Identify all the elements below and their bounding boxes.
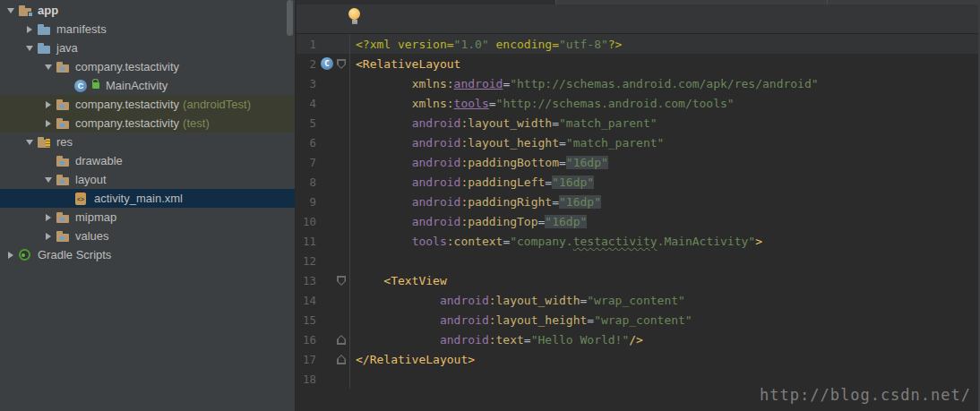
chevron-down-icon[interactable] (4, 4, 18, 18)
code-token: "16dp" (566, 156, 608, 169)
chevron-glyph (46, 120, 51, 127)
code-token: "16dp" (552, 176, 594, 189)
chevron-right-icon[interactable] (41, 229, 56, 244)
folder-icon (37, 22, 52, 37)
tree-item-activity-main-xml[interactable]: <>activity_main.xml (0, 189, 295, 208)
editor-pane[interactable]: 1<?xml version="1.0" encoding="utf-8"?>2… (297, 0, 980, 411)
code-line-8[interactable]: 8 android:paddingLeft="16dp" (297, 172, 980, 192)
gutter: 18 (297, 369, 350, 389)
code-line-5[interactable]: 5 android:layout_width="match_parent" (297, 113, 980, 133)
code-token: = (489, 97, 496, 110)
gutter-icon-slot (319, 372, 335, 386)
gradle-icon (18, 248, 33, 262)
fold-open-icon[interactable] (337, 59, 346, 69)
tree-item-company-testactivity-androidtest[interactable]: company.testactivity(androidTest) (0, 95, 295, 114)
code-line-12[interactable]: 12 (297, 251, 980, 270)
code-text: <RelativeLayout (350, 57, 460, 71)
chevron-down-icon[interactable] (22, 41, 37, 56)
tree-item-values[interactable]: values (0, 227, 295, 245)
code-line-4[interactable]: 4 xmlns:tools="http://schemas.android.co… (297, 93, 980, 113)
chevron-right-icon[interactable] (4, 248, 18, 262)
code-token: "wrap_content" (594, 313, 692, 327)
tree-item-company-testactivity-test[interactable]: company.testactivity(test) (0, 114, 295, 133)
tree-item-res[interactable]: res (0, 133, 295, 151)
tree-item-manifests[interactable]: manifests (0, 20, 295, 39)
code-line-15[interactable]: 15 android:layout_height="wrap_content" (297, 310, 980, 330)
code-token: android (412, 176, 461, 189)
chevron-right-icon[interactable] (22, 22, 37, 37)
tree-item-label: drawable (75, 154, 123, 167)
tree-item-mainactivity[interactable]: CMainActivity (0, 76, 295, 95)
code-token: "http://schemas.android.com/apk/res/andr… (510, 77, 818, 90)
code-line-7[interactable]: 7 android:paddingBottom="16dp" (297, 152, 980, 172)
gutter: 1 (297, 34, 350, 54)
tree-item-label: mipmap (75, 210, 116, 224)
code-token: :layout_width (460, 116, 552, 130)
class-c-icon[interactable]: C (321, 57, 333, 70)
fold-slot (336, 314, 348, 325)
tree-item-mipmap[interactable]: mipmap (0, 208, 295, 227)
code-token (356, 215, 412, 228)
code-line-6[interactable]: 6 android:layout_height="match_parent" (297, 133, 980, 152)
code-token: /> (629, 333, 643, 347)
chevron-down-icon[interactable] (22, 135, 37, 150)
gutter: 3 (297, 73, 350, 93)
line-number: 17 (297, 353, 316, 366)
code-token: = (559, 136, 566, 150)
code-line-17[interactable]: 17</RelativeLayout> (297, 349, 980, 369)
package-badge (60, 124, 64, 127)
code-editor[interactable]: 1<?xml version="1.0" encoding="utf-8"?>2… (297, 34, 980, 389)
code-line-1[interactable]: 1<?xml version="1.0" encoding="utf-8"?> (297, 34, 980, 54)
intention-bulb-icon[interactable] (348, 8, 360, 20)
line-number: 7 (297, 156, 316, 169)
tree-item-app[interactable]: app (0, 1, 295, 20)
tree-item-label: MainActivity (106, 79, 168, 92)
fold-slot (336, 235, 348, 246)
code-token (356, 116, 412, 130)
code-line-11[interactable]: 11 tools:context="company.testactivity.M… (297, 231, 980, 251)
code-token: "16dp" (559, 195, 601, 209)
code-token: </RelativeLayout> (356, 353, 475, 366)
code-line-2[interactable]: 2C<RelativeLayout (297, 54, 980, 73)
chevron-glyph (46, 101, 51, 108)
code-text: android:layout_width="wrap_content" (350, 294, 685, 307)
code-token (356, 156, 412, 169)
xml-file-icon: <> (74, 192, 90, 206)
code-line-16[interactable]: 16 android:text="Hello World!"/> (297, 330, 980, 349)
chevron-glyph (45, 64, 52, 70)
project-tree: appmanifestsjavacompany.testactivityCMai… (0, 1, 295, 264)
code-token: :layout_height (489, 313, 588, 327)
chevron-down-icon[interactable] (41, 173, 56, 187)
gradle-glyph (19, 249, 30, 261)
line-number: 18 (297, 372, 316, 386)
tree-item-layout[interactable]: layout (0, 170, 295, 189)
gutter-icon-slot (319, 352, 335, 366)
code-line-3[interactable]: 3 xmlns:android="http://schemas.android.… (297, 73, 980, 93)
chevron-right-icon[interactable] (41, 210, 56, 225)
gutter-icon-slot: C (319, 56, 335, 71)
tree-item-drawable[interactable]: drawable (0, 151, 295, 170)
chevron-right-icon[interactable] (41, 116, 56, 131)
fold-close-icon[interactable] (337, 355, 346, 364)
chevron-right-icon[interactable] (41, 98, 56, 112)
tree-item-company-testactivity[interactable]: company.testactivity (0, 57, 295, 76)
tree-item-java[interactable]: java (0, 39, 295, 57)
line-number: 11 (297, 235, 316, 248)
panel-scrollbar[interactable] (287, 0, 293, 36)
gutter-icon-slot (319, 332, 335, 347)
code-line-9[interactable]: 9 android:paddingRight="16dp" (297, 192, 980, 211)
chevron-down-icon[interactable] (41, 60, 56, 74)
fold-close-icon[interactable] (337, 335, 346, 345)
code-token: android (454, 77, 503, 90)
code-token: :layout_width (489, 294, 580, 307)
code-token: = (587, 313, 594, 327)
code-line-10[interactable]: 10 android:paddingTop="16dp" (297, 211, 980, 231)
code-token: :paddingRight (460, 195, 552, 209)
tree-item-gradle-scripts[interactable]: Gradle Scripts (0, 245, 295, 264)
watermark-text: http://blog.csdn.net/ (760, 386, 971, 404)
code-text: android:layout_height="match_parent" (350, 136, 664, 150)
code-line-14[interactable]: 14 android:layout_width="wrap_content" (297, 290, 980, 310)
code-line-13[interactable]: 13 <TextView (297, 270, 980, 290)
code-token: xmlns: (412, 77, 454, 90)
fold-open-icon[interactable] (337, 276, 346, 286)
